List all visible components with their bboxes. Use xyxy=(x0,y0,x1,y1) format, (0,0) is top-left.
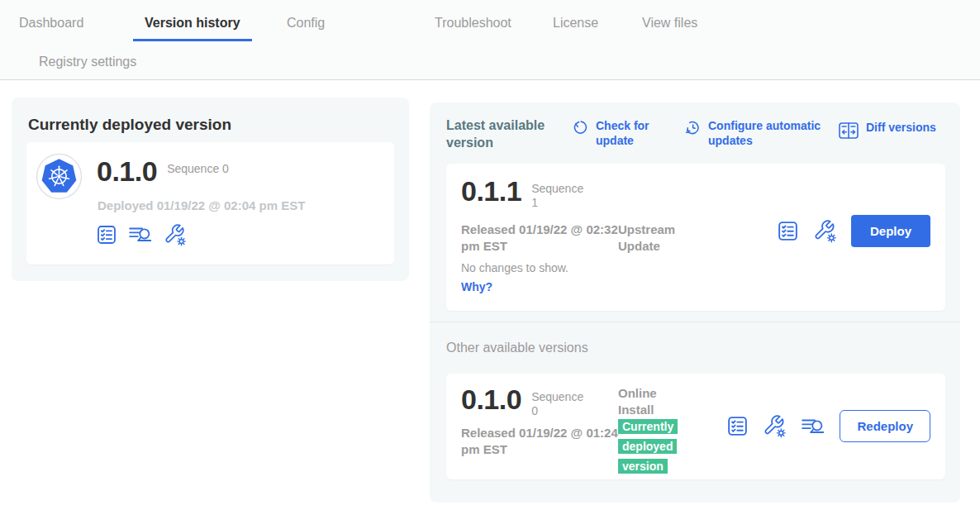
tab-config[interactable]: Config xyxy=(287,16,325,31)
tab-dashboard[interactable]: Dashboard xyxy=(19,16,83,31)
tab-troubleshoot[interactable]: Troubleshoot xyxy=(435,16,511,31)
configure-automatic-updates-link[interactable]: Configure automatic updates xyxy=(684,119,831,148)
preflight-checklist-icon[interactable] xyxy=(96,224,117,245)
current-deployed-timestamp: Deployed 01/19/22 @ 02:04 pm EST xyxy=(98,198,305,212)
tab-version-history-label: Version history xyxy=(145,16,240,30)
current-version-actions xyxy=(96,223,187,246)
currently-deployed-badge: Currently deployed version xyxy=(618,417,701,476)
check-for-update-link[interactable]: Check for update xyxy=(572,119,659,148)
check-for-update-label: Check for update xyxy=(596,119,659,148)
other-available-versions-title: Other available versions xyxy=(446,341,588,355)
latest-sequence-label: Sequence 1 xyxy=(531,182,589,210)
other-version-card: 0.1.0 Sequence 0 Released 01/19/22 @ 01:… xyxy=(446,374,945,479)
tab-registry-settings[interactable]: Registry settings xyxy=(39,55,136,69)
currently-deployed-card: Currently deployed version xyxy=(12,98,409,281)
diff-versions-label: Diff versions xyxy=(866,121,936,136)
config-wrench-icon[interactable] xyxy=(763,414,787,438)
tab-version-history[interactable]: Version history xyxy=(133,8,252,41)
current-sequence-label: Sequence 0 xyxy=(167,162,229,176)
redeploy-button[interactable]: Redeploy xyxy=(840,410,930,442)
currently-deployed-title: Currently deployed version xyxy=(28,116,231,134)
latest-version-actions: Deploy xyxy=(777,215,930,247)
latest-version-number: 0.1.1 xyxy=(461,177,521,205)
why-link[interactable]: Why? xyxy=(461,280,492,295)
panel-divider xyxy=(430,322,960,322)
app-window: Dashboard Version history Config Trouble… xyxy=(0,0,980,529)
latest-version-card: 0.1.1 Sequence 1 Released 01/19/22 @ 02:… xyxy=(446,164,945,311)
available-updates-panel: Latest available version Check for updat… xyxy=(430,102,960,503)
diff-icon xyxy=(838,122,859,140)
kubernetes-logo-icon xyxy=(36,153,83,203)
latest-source-label: Upstream Update xyxy=(618,222,691,255)
config-wrench-icon[interactable] xyxy=(164,223,187,246)
current-version-row: 0.1.0 Sequence 0 xyxy=(97,157,229,185)
latest-available-version-title: Latest available version xyxy=(446,117,562,152)
no-changes-text: No changes to show. xyxy=(461,261,568,274)
configure-automatic-updates-label: Configure automatic updates xyxy=(708,119,831,148)
preflight-checklist-icon[interactable] xyxy=(726,415,749,437)
preflight-checklist-icon[interactable] xyxy=(777,220,799,242)
deploy-button[interactable]: Deploy xyxy=(851,215,930,247)
currently-deployed-version-row: 0.1.0 Sequence 0 Deployed 01/19/22 @ 02:… xyxy=(26,142,394,264)
latest-version-row: 0.1.1 Sequence 1 xyxy=(461,177,589,210)
tab-license[interactable]: License xyxy=(553,16,598,31)
tab-view-files[interactable]: View files xyxy=(642,16,697,31)
logs-icon[interactable] xyxy=(801,416,825,437)
refresh-icon xyxy=(572,120,589,137)
other-sequence-label: Sequence 0 xyxy=(531,390,589,418)
current-version-number: 0.1.0 xyxy=(97,157,157,185)
latest-released-timestamp: Released 01/19/22 @ 02:32 pm EST xyxy=(461,222,620,255)
schedule-icon xyxy=(684,120,702,137)
other-version-row: 0.1.0 Sequence 0 xyxy=(461,385,589,418)
config-wrench-icon[interactable] xyxy=(813,219,837,243)
other-source-label: Online Install xyxy=(618,385,680,419)
other-version-number: 0.1.0 xyxy=(461,385,521,413)
diff-versions-link[interactable]: Diff versions xyxy=(838,121,936,140)
currently-deployed-badge-text: Currently deployed version xyxy=(618,419,678,474)
main-nav: Dashboard Version history Config Trouble… xyxy=(0,0,980,80)
other-version-actions: Redeploy xyxy=(726,410,930,442)
logs-icon[interactable] xyxy=(128,224,153,245)
other-released-timestamp: Released 01/19/22 @ 01:24 pm EST xyxy=(461,425,620,459)
